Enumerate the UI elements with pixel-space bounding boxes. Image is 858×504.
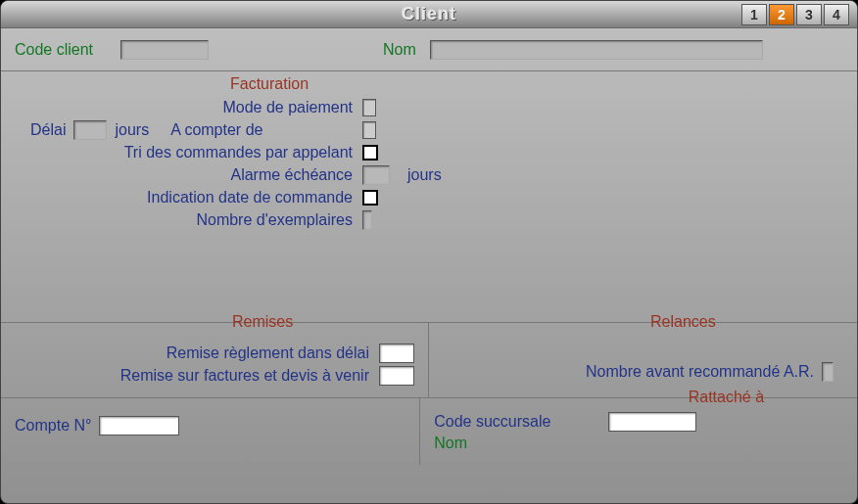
header-row: Code client Nom (1, 28, 857, 71)
nb-exemplaires-input[interactable] (362, 210, 372, 230)
alarme-input[interactable] (362, 165, 390, 185)
a-compter-label: A compter de (170, 121, 262, 139)
indication-label: Indication date de commande (15, 189, 362, 206)
code-client-input[interactable] (120, 40, 209, 60)
remises-title: Remises (226, 313, 299, 331)
compte-input[interactable] (99, 416, 179, 435)
mode-paiement-input[interactable] (362, 99, 376, 116)
compte-label: Compte N° (15, 417, 91, 435)
window-title: Client (402, 4, 456, 24)
content: Code client Nom Facturation Mode de paie… (1, 28, 857, 503)
code-client-label: Code client (15, 41, 93, 59)
remise-factures-input[interactable] (379, 366, 414, 386)
nom-label: Nom (383, 41, 416, 59)
remise-reglement-label: Remise règlement dans délai (15, 344, 379, 362)
tab-2[interactable]: 2 (769, 4, 794, 25)
relances-title: Relances (644, 313, 722, 331)
a-compter-input[interactable] (362, 121, 376, 139)
mode-paiement-label: Mode de paiement (15, 99, 362, 116)
lower-row: Remises Remise règlement dans délai Remi… (1, 322, 857, 397)
remises-section: Remises Remise règlement dans délai Remi… (1, 323, 428, 397)
rattache-nom-label: Nom (434, 435, 467, 452)
alarme-jours-label: jours (407, 166, 442, 184)
remise-factures-label: Remise sur factures et devis à venir (15, 367, 379, 385)
code-succursale-label: Code succursale (434, 413, 600, 431)
nb-avant-label: Nombre avant recommandé A.R. (586, 363, 814, 381)
tri-label: Tri des commandes par appelant (15, 144, 362, 161)
delai-jours-label: jours (115, 121, 149, 139)
relances-section: Relances Nombre avant recommandé A.R. (429, 323, 857, 397)
titlebar: Client 1 2 3 4 (1, 1, 857, 28)
compte-section: Compte N° (1, 398, 420, 465)
code-succursale-input[interactable] (608, 412, 696, 432)
facturation-title: Facturation (15, 75, 843, 93)
tab-3[interactable]: 3 (796, 4, 822, 25)
indication-checkbox[interactable] (362, 190, 378, 206)
tab-1[interactable]: 1 (741, 4, 767, 25)
delai-label: Délai (30, 121, 66, 139)
alarme-label: Alarme échéance (15, 166, 362, 184)
bottom-row: Compte N° Rattaché à Code succursale Nom (1, 397, 857, 465)
client-window: Client 1 2 3 4 Code client Nom Facturati… (0, 0, 858, 504)
delai-input[interactable] (73, 120, 107, 140)
nb-avant-input[interactable] (822, 362, 834, 382)
facturation-section: Facturation Mode de paiement Délai jours… (1, 71, 857, 322)
rattache-title: Rattaché à (683, 389, 770, 406)
rattache-section: Rattaché à Code succursale Nom (420, 398, 857, 465)
tri-checkbox[interactable] (362, 145, 378, 160)
nom-input[interactable] (430, 40, 763, 60)
tab-4[interactable]: 4 (824, 4, 849, 25)
tab-pager: 1 2 3 4 (741, 4, 849, 25)
remise-reglement-input[interactable] (379, 344, 414, 363)
nb-exemplaires-label: Nombre d'exemplaires (15, 211, 362, 229)
